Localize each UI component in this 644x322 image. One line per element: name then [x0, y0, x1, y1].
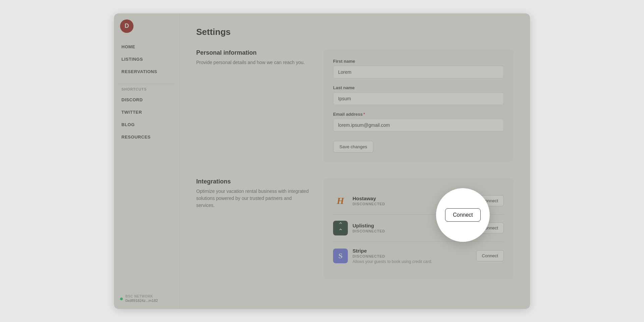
connect-bubble-button[interactable]: Connect [445, 208, 481, 222]
connect-bubble: Connect [436, 188, 490, 242]
modal-overlay: Connect [114, 13, 530, 309]
app-container: D Home Listings Reservations Shortcuts D… [114, 13, 530, 309]
